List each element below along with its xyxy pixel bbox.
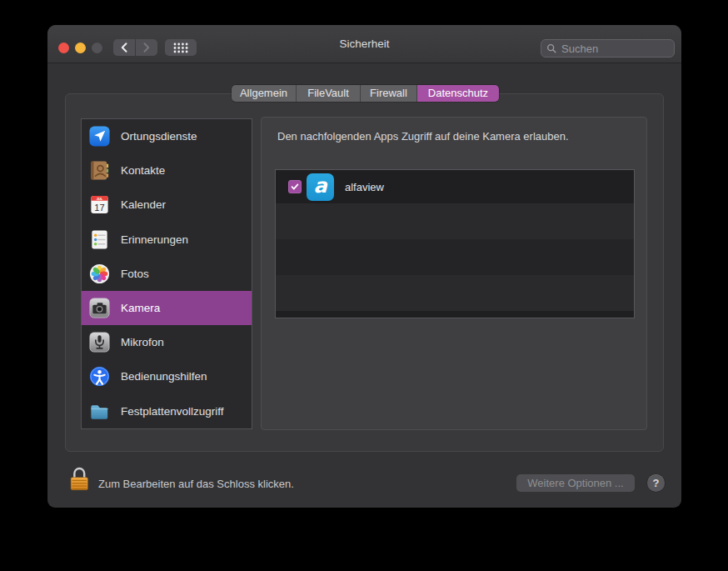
microphone-icon bbox=[88, 331, 111, 353]
checkmark-icon bbox=[290, 182, 300, 192]
empty-list-row bbox=[276, 239, 634, 275]
search-field[interactable] bbox=[541, 39, 675, 58]
tab-filevault[interactable]: FileVault bbox=[297, 85, 361, 102]
svg-text:17: 17 bbox=[94, 203, 104, 213]
sidebar-item-label: Fotos bbox=[121, 268, 149, 280]
app-access-list: a alfaview bbox=[275, 169, 635, 318]
alfaview-app-icon: a bbox=[307, 173, 334, 201]
app-row-alfaview[interactable]: a alfaview bbox=[276, 170, 634, 203]
sidebar-item-label: Kontakte bbox=[121, 164, 165, 177]
minimize-button[interactable] bbox=[75, 43, 86, 53]
svg-text:JUL: JUL bbox=[97, 197, 103, 201]
privacy-sidebar: Ortungsdienste Kontakte JUL 17 Kalender bbox=[81, 118, 252, 429]
tab-firewall[interactable]: Firewall bbox=[361, 85, 417, 102]
search-input[interactable] bbox=[560, 42, 669, 56]
sidebar-item-label: Festplattenvollzugriff bbox=[121, 405, 224, 418]
more-options-button[interactable]: Weitere Optionen ... bbox=[516, 474, 635, 492]
forward-button bbox=[136, 39, 157, 56]
grid-icon bbox=[173, 43, 188, 53]
sidebar-item-label: Bedienungshilfen bbox=[121, 370, 207, 383]
location-icon bbox=[88, 125, 111, 148]
sidebar-item-label: Kamera bbox=[121, 302, 160, 314]
app-checkbox[interactable] bbox=[288, 180, 302, 193]
sidebar-item-label: Mikrofon bbox=[121, 336, 164, 348]
reminders-icon bbox=[88, 228, 111, 251]
app-name: alfaview bbox=[345, 181, 384, 193]
tab-datenschutz[interactable]: Datenschutz bbox=[417, 85, 499, 102]
lock-hint-text: Zum Bearbeiten auf das Schloss klicken. bbox=[98, 478, 294, 490]
calendar-icon: JUL 17 bbox=[88, 193, 111, 216]
sidebar-item-bedienungshilfen[interactable]: Bedienungshilfen bbox=[82, 359, 252, 393]
titlebar: Sicherheit bbox=[47, 25, 681, 63]
sidebar-item-mikrofon[interactable]: Mikrofon bbox=[82, 325, 252, 359]
empty-list-row bbox=[276, 275, 634, 311]
chevron-left-icon bbox=[119, 42, 129, 53]
sidebar-item-label: Ortungsdienste bbox=[121, 130, 197, 143]
tab-bar: Allgemein FileVault Firewall Datenschutz bbox=[232, 85, 499, 102]
empty-list-row bbox=[276, 203, 634, 239]
sidebar-item-festplattenvollzugriff[interactable]: Festplattenvollzugriff bbox=[82, 394, 252, 428]
close-button[interactable] bbox=[58, 43, 69, 53]
show-all-button[interactable] bbox=[165, 39, 197, 56]
empty-list-row bbox=[276, 311, 634, 318]
security-preferences-window: Sicherheit Allgemein FileVault Firewall … bbox=[47, 25, 681, 508]
folder-icon bbox=[88, 400, 111, 423]
search-icon bbox=[546, 43, 556, 54]
sidebar-item-label: Kalender bbox=[121, 198, 166, 211]
lock-closed-icon bbox=[66, 464, 92, 494]
accessibility-icon bbox=[88, 365, 111, 388]
lock-button[interactable] bbox=[66, 464, 92, 494]
photos-icon bbox=[88, 263, 111, 285]
sidebar-item-fotos[interactable]: Fotos bbox=[82, 257, 252, 291]
chevron-right-icon bbox=[142, 42, 152, 53]
sidebar-item-kontakte[interactable]: Kontakte bbox=[82, 153, 252, 188]
camera-icon bbox=[88, 297, 111, 319]
back-button[interactable] bbox=[113, 39, 135, 56]
sidebar-item-kamera[interactable]: Kamera bbox=[82, 291, 252, 325]
contacts-icon bbox=[88, 159, 111, 182]
tab-allgemein[interactable]: Allgemein bbox=[232, 85, 297, 102]
sidebar-item-label: Erinnerungen bbox=[121, 233, 188, 246]
sidebar-item-erinnerungen[interactable]: Erinnerungen bbox=[82, 223, 252, 257]
zoom-button bbox=[92, 43, 102, 53]
sidebar-item-kalender[interactable]: JUL 17 Kalender bbox=[82, 188, 252, 222]
camera-privacy-panel: Den nachfolgenden Apps Zugriff auf deine… bbox=[261, 117, 647, 430]
sidebar-item-ortungsdienste[interactable]: Ortungsdienste bbox=[82, 119, 252, 153]
panel-heading: Den nachfolgenden Apps Zugriff auf deine… bbox=[277, 130, 569, 143]
help-button[interactable]: ? bbox=[647, 474, 665, 492]
